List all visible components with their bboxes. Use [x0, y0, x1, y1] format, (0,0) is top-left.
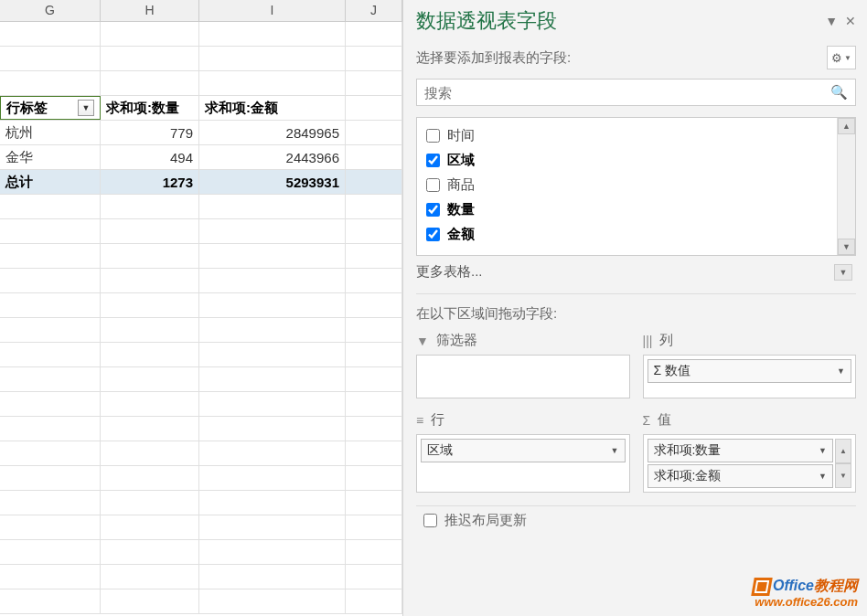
- scroll-down-icon[interactable]: ▼: [835, 463, 851, 488]
- row-amount: 2443966: [199, 145, 346, 169]
- field-checkbox[interactable]: [426, 129, 440, 143]
- field-item-amount[interactable]: 金额: [417, 222, 837, 247]
- columns-area: |||列 Σ 数值▼: [643, 332, 857, 398]
- panel-subtitle: 选择要添加到报表的字段:: [416, 49, 571, 67]
- scroll-up-icon[interactable]: ▲: [835, 439, 851, 463]
- column-field-item[interactable]: Σ 数值▼: [648, 359, 852, 383]
- col-header-j[interactable]: J: [346, 0, 402, 21]
- col-header-g[interactable]: G: [0, 0, 101, 21]
- sigma-icon: Σ: [643, 413, 651, 428]
- chevron-down-icon: ▼: [611, 446, 619, 455]
- total-label: 总计: [0, 170, 101, 194]
- drag-instructions: 在以下区域间拖动字段:: [416, 305, 856, 323]
- row-qty: 494: [101, 145, 199, 169]
- field-item-qty[interactable]: 数量: [417, 197, 837, 222]
- scroll-up-icon[interactable]: ▲: [838, 118, 855, 134]
- field-list: 时间 区域 商品 数量 金额 ▲ ▼: [416, 117, 856, 256]
- pivot-fields-panel: 数据透视表字段 ▼ ✕ 选择要添加到报表的字段: ⚙▼ 🔍 时间 区域 商品 数…: [403, 0, 867, 616]
- scroll-down-icon[interactable]: ▼: [838, 239, 855, 255]
- row-qty: 779: [101, 121, 199, 144]
- field-checkbox[interactable]: [426, 154, 440, 167]
- more-tables-link[interactable]: 更多表格...: [416, 263, 483, 281]
- footer: 推迟布局更新: [416, 505, 856, 529]
- rows-area: ≡行 区域▼: [416, 411, 630, 493]
- more-tables-dropdown-icon[interactable]: ▼: [834, 264, 852, 281]
- field-item-time[interactable]: 时间: [417, 123, 837, 148]
- row-field-item[interactable]: 区域▼: [421, 439, 626, 462]
- panel-title: 数据透视表字段: [416, 7, 557, 35]
- chevron-down-icon: ▼: [819, 446, 827, 455]
- defer-layout-checkbox[interactable]: [423, 514, 437, 527]
- chevron-down-icon: ▼: [819, 472, 827, 481]
- gear-icon: ⚙: [831, 51, 842, 65]
- search-icon[interactable]: 🔍: [830, 84, 848, 101]
- total-qty: 1273: [101, 170, 199, 194]
- values-title: 值: [658, 411, 671, 429]
- filters-dropzone[interactable]: [416, 355, 630, 398]
- columns-icon: |||: [643, 334, 653, 348]
- column-headers: G H I J: [0, 0, 402, 22]
- filter-icon: ▼: [416, 334, 429, 348]
- values-dropzone[interactable]: 求和项:数量▼ 求和项:金额▼ ▲ ▼: [643, 434, 857, 493]
- row-labels-text: 行标签: [6, 100, 48, 117]
- value-field-item[interactable]: 求和项:金额▼: [648, 464, 834, 488]
- columns-dropzone[interactable]: Σ 数值▼: [643, 355, 857, 398]
- filters-area: ▼筛选器: [416, 332, 630, 398]
- row-labels-header[interactable]: 行标签 ▼: [0, 96, 101, 120]
- panel-dropdown-icon[interactable]: ▼: [825, 14, 838, 28]
- table-row[interactable]: 杭州 779 2849965: [0, 121, 402, 145]
- chevron-down-icon: ▼: [837, 366, 845, 376]
- rows-title: 行: [431, 411, 444, 429]
- table-row[interactable]: 金华 494 2443966: [0, 145, 402, 170]
- field-checkbox[interactable]: [426, 228, 440, 241]
- values-scrollbar[interactable]: ▲ ▼: [835, 439, 851, 488]
- field-item-product[interactable]: 商品: [417, 173, 837, 197]
- divider: [416, 293, 856, 294]
- row-label: 金华: [0, 145, 101, 169]
- columns-title: 列: [659, 332, 673, 349]
- field-checkbox[interactable]: [426, 178, 440, 192]
- defer-layout-label: 推迟布局更新: [444, 512, 527, 529]
- qty-header[interactable]: 求和项:数量: [101, 96, 199, 120]
- amount-header[interactable]: 求和项:金额: [199, 96, 346, 120]
- value-field-item[interactable]: 求和项:数量▼: [648, 439, 834, 462]
- tools-button[interactable]: ⚙▼: [827, 46, 856, 69]
- col-header-h[interactable]: H: [101, 0, 199, 21]
- field-checkbox[interactable]: [426, 203, 440, 217]
- close-icon[interactable]: ✕: [845, 14, 856, 28]
- filters-title: 筛选器: [436, 332, 477, 349]
- row-amount: 2849965: [199, 121, 346, 144]
- field-item-region[interactable]: 区域: [417, 148, 837, 173]
- rows-dropzone[interactable]: 区域▼: [416, 434, 630, 493]
- total-amount: 5293931: [199, 170, 346, 194]
- values-area: Σ值 求和项:数量▼ 求和项:金额▼ ▲ ▼: [643, 411, 857, 493]
- row-label: 杭州: [0, 121, 101, 144]
- search-box[interactable]: 🔍: [416, 79, 856, 106]
- spreadsheet-area: G H I J 行标签 ▼ 求和项:数量 求和项:金额 杭州 779 28499…: [0, 0, 403, 616]
- rows-icon: ≡: [416, 413, 423, 428]
- pivot-header-row: 行标签 ▼ 求和项:数量 求和项:金额: [0, 96, 402, 121]
- row-labels-dropdown-icon[interactable]: ▼: [78, 100, 94, 116]
- col-header-i[interactable]: I: [199, 0, 346, 21]
- chevron-down-icon: ▼: [844, 54, 851, 62]
- field-list-scrollbar[interactable]: ▲ ▼: [837, 118, 855, 255]
- grid[interactable]: 行标签 ▼ 求和项:数量 求和项:金额 杭州 779 2849965 金华 49…: [0, 22, 402, 616]
- search-input[interactable]: [424, 85, 830, 101]
- total-row[interactable]: 总计 1273 5293931: [0, 170, 402, 195]
